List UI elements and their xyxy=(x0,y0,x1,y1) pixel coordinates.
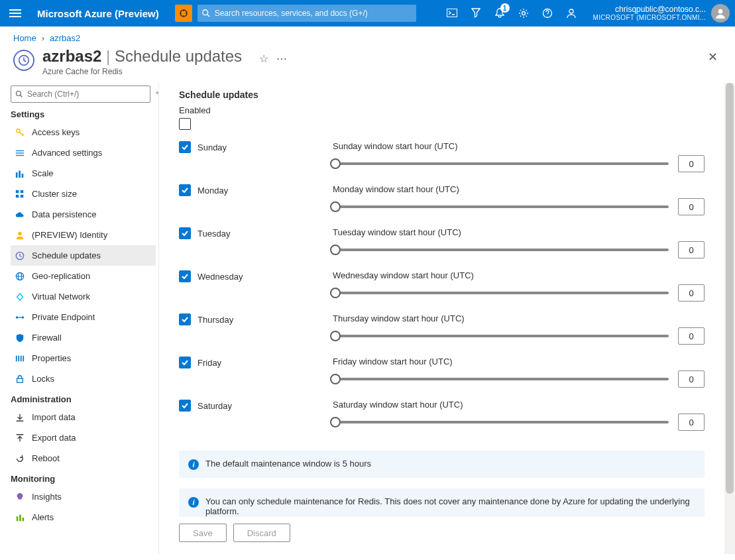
notifications-icon[interactable]: 1 xyxy=(494,7,506,19)
close-blade-icon[interactable]: ✕ xyxy=(708,50,718,64)
hour-value-monday[interactable]: 0 xyxy=(678,198,705,215)
sidebar-item-insights[interactable]: Insights xyxy=(11,486,156,507)
svg-rect-18 xyxy=(16,190,19,192)
hour-slider-monday[interactable] xyxy=(333,205,669,208)
hour-slider-sunday[interactable] xyxy=(333,162,669,165)
info-redis-only: i You can only schedule maintenance for … xyxy=(179,488,705,517)
slider-thumb[interactable] xyxy=(330,417,341,427)
sidebar-item-alerts[interactable]: Alerts xyxy=(11,507,156,528)
svg-rect-19 xyxy=(21,190,23,192)
day-checkbox-monday[interactable] xyxy=(179,184,191,196)
hour-slider-tuesday[interactable] xyxy=(333,249,669,251)
sidebar-item-advanced-settings[interactable]: Advanced settings xyxy=(11,142,156,163)
sidebar-item-locks[interactable]: Locks xyxy=(11,368,156,389)
day-row-monday: MondayMonday window start hour (UTC)0 xyxy=(179,180,705,223)
sidebar-item-export-data[interactable]: Export data xyxy=(11,427,156,448)
day-slider-label: Thursday window start hour (UTC) xyxy=(333,313,705,323)
preview-badge-icon[interactable] xyxy=(175,5,192,22)
main: « SettingsAccess keysAdvanced settingsSc… xyxy=(0,83,735,554)
avatar-icon[interactable] xyxy=(711,4,730,23)
hour-slider-saturday[interactable] xyxy=(333,421,669,423)
more-actions-icon[interactable]: ⋯ xyxy=(276,52,287,65)
sidebar-item-properties[interactable]: Properties xyxy=(11,348,156,368)
enabled-checkbox[interactable] xyxy=(179,118,191,130)
slider-thumb[interactable] xyxy=(330,245,341,255)
svg-point-1 xyxy=(202,10,207,15)
hour-value-sunday[interactable]: 0 xyxy=(678,155,705,172)
help-icon[interactable] xyxy=(541,7,553,19)
slider-thumb[interactable] xyxy=(330,201,341,212)
sidebar-item-private-endpoint[interactable]: Private Endpoint xyxy=(11,307,156,327)
discard-button[interactable]: Discard xyxy=(233,524,290,542)
hour-value-wednesday[interactable]: 0 xyxy=(678,284,705,302)
resource-type: Azure Cache for Redis xyxy=(42,67,242,76)
hour-value-thursday[interactable]: 0 xyxy=(678,327,705,345)
day-checkbox-tuesday[interactable] xyxy=(179,227,191,239)
feedback-icon[interactable] xyxy=(565,7,577,19)
day-checkbox-friday[interactable] xyxy=(179,357,191,368)
sidebar-item-label: Alerts xyxy=(32,512,54,522)
hamburger-menu-icon[interactable] xyxy=(9,9,21,17)
day-checkbox-saturday[interactable] xyxy=(179,400,191,412)
settings-gear-icon[interactable] xyxy=(518,7,530,19)
content-scrollbar[interactable] xyxy=(724,83,735,554)
sidebar-group-title: Administration xyxy=(11,394,156,404)
day-row-saturday: SaturdaySaturday window start hour (UTC)… xyxy=(179,396,705,439)
slider-thumb[interactable] xyxy=(330,288,341,298)
favorite-star-icon[interactable]: ☆ xyxy=(259,52,268,65)
sidebar-item-cluster-size[interactable]: Cluster size xyxy=(11,184,156,204)
svg-point-22 xyxy=(18,231,21,235)
cloud-icon xyxy=(15,209,25,220)
sidebar-item-firewall[interactable]: Firewall xyxy=(11,327,156,348)
sidebar-item-virtual-network[interactable]: Virtual Network xyxy=(11,286,156,307)
hour-value-tuesday[interactable]: 0 xyxy=(678,241,705,258)
footer-bar: Save Discard xyxy=(159,517,724,554)
sidebar-item-schedule-updates[interactable]: Schedule updates xyxy=(11,245,156,266)
topbar: Microsoft Azure (Preview) 1 chrisqpublic… xyxy=(0,0,735,27)
slider-thumb[interactable] xyxy=(330,331,341,341)
breadcrumb-home[interactable]: Home xyxy=(13,33,36,43)
sidebar-item--preview-identity[interactable]: (PREVIEW) Identity xyxy=(11,225,156,245)
clock-icon xyxy=(15,251,25,261)
directory-filter-icon[interactable] xyxy=(470,7,482,19)
sidebar-item-data-persistence[interactable]: Data persistence xyxy=(11,204,156,225)
sidebar-item-geo-replication[interactable]: Geo-replication xyxy=(11,266,156,286)
day-checkbox-thursday[interactable] xyxy=(179,313,191,325)
sidebar-item-label: Advanced settings xyxy=(32,148,102,158)
sidebar-item-label: Export data xyxy=(32,433,76,443)
resource-clock-icon xyxy=(13,50,34,71)
save-button[interactable]: Save xyxy=(179,524,227,542)
svg-point-27 xyxy=(16,316,19,319)
endpoint-icon xyxy=(15,312,25,323)
day-row-friday: FridayFriday window start hour (UTC)0 xyxy=(179,353,705,396)
sidebar-item-scale[interactable]: Scale xyxy=(11,163,156,184)
breadcrumb-sep: › xyxy=(42,33,44,43)
sidebar-item-access-keys[interactable]: Access keys xyxy=(11,122,156,142)
slider-thumb[interactable] xyxy=(330,374,341,384)
day-checkbox-wednesday[interactable] xyxy=(179,270,191,282)
sidebar-item-import-data[interactable]: Import data xyxy=(11,407,156,427)
sidebar-search[interactable] xyxy=(11,85,150,103)
sidebar-group-title: Monitoring xyxy=(11,474,156,484)
hour-slider-wednesday[interactable] xyxy=(333,292,669,294)
cloud-shell-icon[interactable] xyxy=(446,7,458,19)
hour-value-friday[interactable]: 0 xyxy=(678,370,705,388)
sidebar-item-reboot[interactable]: Reboot xyxy=(11,448,156,469)
svg-point-28 xyxy=(22,316,25,319)
breadcrumb-resource[interactable]: azrbas2 xyxy=(50,33,80,43)
day-slider-label: Sunday window start hour (UTC) xyxy=(333,141,705,151)
hour-slider-friday[interactable] xyxy=(333,378,669,380)
hour-slider-thursday[interactable] xyxy=(333,335,669,337)
account-menu[interactable]: chrisqpublic@contoso.c... MICROSOFT (MIC… xyxy=(593,4,730,23)
sidebar-search-input[interactable] xyxy=(27,89,146,99)
slider-thumb[interactable] xyxy=(330,158,341,169)
global-search[interactable] xyxy=(198,5,416,22)
day-slider-label: Monday window start hour (UTC) xyxy=(333,184,705,194)
day-slider-label: Saturday window start hour (UTC) xyxy=(333,400,705,410)
content-scroll[interactable]: Schedule updates Enabled SundaySunday wi… xyxy=(159,83,724,517)
content: Schedule updates Enabled SundaySunday wi… xyxy=(159,83,724,554)
global-search-input[interactable] xyxy=(215,9,412,18)
sidebar: « SettingsAccess keysAdvanced settingsSc… xyxy=(0,83,159,554)
day-checkbox-sunday[interactable] xyxy=(179,141,191,153)
hour-value-saturday[interactable]: 0 xyxy=(678,414,705,431)
